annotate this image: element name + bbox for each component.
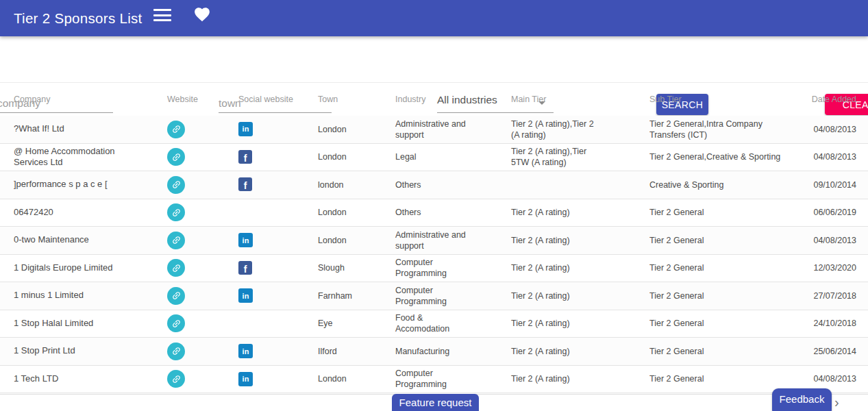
- company-name: 1 Stop Print Ltd: [14, 345, 130, 357]
- website-cell: [160, 254, 232, 282]
- social-website-cell: f: [232, 143, 311, 171]
- industry-value: Others: [395, 179, 478, 190]
- industry-cell: Food & Accomodation: [388, 310, 504, 338]
- main-tier-value: Tier 2 (A rating): [511, 318, 602, 329]
- date-added-cell: 09/10/2014: [795, 171, 868, 199]
- main-tier-cell: Tier 2 (A rating): [504, 310, 643, 338]
- main-tier-cell: [504, 171, 643, 199]
- linkedin-icon[interactable]: in: [238, 233, 253, 247]
- company-name-cell: ]performance s p a c e [: [0, 171, 160, 199]
- website-cell: [160, 338, 232, 366]
- website-link-icon[interactable]: [167, 148, 185, 166]
- social-website-cell: f: [232, 171, 311, 199]
- website-link-icon[interactable]: [167, 176, 185, 194]
- column-header-main-tier: Main Tier: [504, 83, 643, 116]
- heart-icon[interactable]: [193, 5, 211, 23]
- sub-tier-cell: Tier 2 General: [643, 282, 795, 310]
- date-added-cell: 12/03/2020: [795, 254, 868, 282]
- linkedin-icon[interactable]: in: [238, 122, 253, 136]
- website-link-icon[interactable]: [167, 259, 185, 277]
- facebook-icon[interactable]: f: [238, 261, 252, 275]
- date-added-cell: 06/06/2019: [795, 199, 868, 227]
- industry-value: Administrative and support: [395, 119, 478, 140]
- social-website-cell: [232, 310, 311, 338]
- company-name-cell: 1 Stop Print Ltd: [0, 338, 160, 366]
- company-name: 1 Tech LTD: [14, 373, 130, 385]
- next-page-chevron-icon[interactable]: ›: [834, 395, 839, 410]
- hamburger-bar: [153, 14, 171, 16]
- main-tier-cell: Tier 2 (A rating): [504, 365, 643, 393]
- feature-request-button[interactable]: Feature request: [392, 394, 479, 411]
- sub-tier-cell: Tier 2 General: [643, 227, 795, 255]
- date-added-cell: 25/06/2014: [795, 338, 868, 366]
- website-cell: [160, 143, 232, 171]
- sub-tier-cell: Tier 2 General: [643, 254, 795, 282]
- website-link-icon[interactable]: [167, 287, 185, 305]
- filter-bar: All industries SEARCH CLEAR: [0, 36, 868, 82]
- company-name-cell: ?What If! Ltd: [0, 116, 160, 144]
- company-name-cell: 1 minus 1 Limited: [0, 282, 160, 310]
- sub-tier-value: Creative & Sporting: [649, 179, 784, 190]
- industry-value: Others: [395, 207, 478, 218]
- sponsor-table-body: ?What If! LtdinLondonAdministrative and …: [0, 116, 868, 393]
- date-added-cell: 24/10/2018: [795, 310, 868, 338]
- industry-cell: Manufacturing: [388, 338, 504, 366]
- main-tier-cell: Tier 2 (A rating): [504, 199, 643, 227]
- social-website-cell: [232, 199, 311, 227]
- company-name: 1 minus 1 Limited: [14, 290, 130, 301]
- town-cell: London: [311, 227, 388, 255]
- industry-cell: Computer Programming: [388, 365, 504, 393]
- sub-tier-value: Tier 2 General: [649, 262, 784, 273]
- website-link-icon[interactable]: [167, 314, 185, 332]
- town-cell: london: [311, 171, 388, 199]
- industry-value: Computer Programming: [395, 257, 478, 279]
- company-name: 06472420: [14, 207, 130, 219]
- date-added-cell: 04/08/2013: [795, 227, 868, 255]
- sub-tier-value: Tier 2 General: [649, 346, 784, 357]
- company-name: ?What If! Ltd: [14, 123, 130, 135]
- sub-tier-value: Tier 2 General,Creative & Sporting: [649, 151, 784, 162]
- industry-cell: Computer Programming: [388, 254, 504, 282]
- linkedin-icon[interactable]: in: [238, 344, 253, 358]
- company-name-cell: 1 Tech LTD: [0, 365, 160, 393]
- industry-cell: Others: [388, 171, 504, 199]
- sub-tier-cell: Creative & Sporting: [643, 171, 795, 199]
- main-tier-cell: Tier 2 (A rating): [504, 282, 643, 310]
- facebook-icon[interactable]: f: [238, 177, 252, 191]
- website-link-icon[interactable]: [167, 342, 185, 360]
- table-row: ?What If! LtdinLondonAdministrative and …: [0, 116, 868, 144]
- industry-value: Food & Accomodation: [395, 312, 478, 334]
- industry-cell: Legal: [388, 143, 504, 171]
- website-link-icon[interactable]: [167, 370, 185, 388]
- town-cell: Slough: [311, 254, 388, 282]
- website-link-icon[interactable]: [167, 203, 185, 221]
- main-tier-cell: Tier 2 (A rating): [504, 254, 643, 282]
- town-cell: London: [311, 116, 388, 144]
- sub-tier-cell: Tier 2 General,Intra Company Transfers (…: [643, 116, 795, 144]
- main-tier-value: Tier 2 (A rating): [511, 262, 602, 273]
- town-cell: London: [311, 365, 388, 393]
- industry-value: Computer Programming: [395, 368, 478, 390]
- website-link-icon[interactable]: [167, 232, 185, 249]
- linkedin-icon[interactable]: in: [238, 288, 253, 303]
- column-header-sub-tier: Sub Tier: [643, 83, 795, 116]
- website-link-icon[interactable]: [167, 121, 185, 138]
- company-name: 1 Digitals Europe Limited: [14, 262, 130, 274]
- town-cell: Ilford: [311, 338, 388, 366]
- hamburger-bar: [153, 19, 171, 21]
- main-tier-value: Tier 2 (A rating): [511, 290, 602, 301]
- sub-tier-cell: Tier 2 General: [643, 365, 795, 393]
- hamburger-menu-icon[interactable]: [153, 9, 173, 27]
- table-row: 1 minus 1 LimitedinFarnhamComputer Progr…: [0, 282, 868, 310]
- company-name-cell: 06472420: [0, 199, 160, 227]
- facebook-icon[interactable]: f: [238, 150, 252, 164]
- feedback-button[interactable]: Feedback: [772, 388, 832, 411]
- table-row: @ Home Accommodation Services LtdfLondon…: [0, 143, 868, 171]
- linkedin-icon[interactable]: in: [238, 372, 253, 386]
- company-name: 1 Stop Halal Limited: [14, 318, 130, 329]
- column-header-website: Website: [160, 83, 232, 116]
- town-cell: London: [311, 199, 388, 227]
- main-tier-cell: Tier 2 (A rating): [504, 338, 643, 366]
- company-name-cell: 1 Stop Halal Limited: [0, 310, 160, 338]
- main-tier-value: Tier 2 (A rating): [511, 346, 602, 357]
